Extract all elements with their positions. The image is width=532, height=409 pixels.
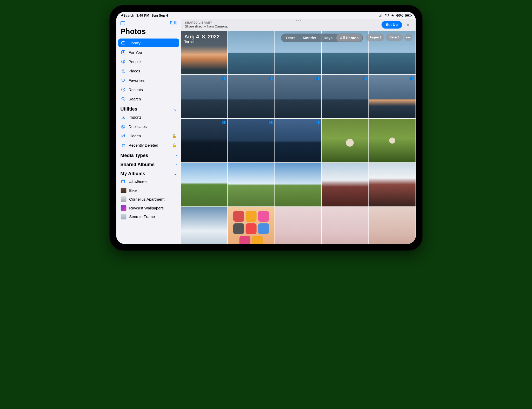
- grabber-icon[interactable]: [296, 20, 301, 21]
- album-label: Send to Frame: [129, 214, 155, 219]
- svg-point-10: [123, 60, 124, 62]
- segment-years[interactable]: Years: [282, 34, 299, 42]
- segment-all-photos[interactable]: All Photos: [336, 34, 362, 42]
- sidebar-item-recents[interactable]: Recents: [118, 85, 179, 94]
- app-icon: [246, 223, 257, 234]
- segment-days[interactable]: Days: [320, 34, 336, 42]
- sidebar: Edit Photos LibraryFor YouPeoplePlacesFa…: [116, 19, 181, 244]
- close-icon[interactable]: ✕: [404, 22, 411, 28]
- section-my-albums[interactable]: My Albums ⌄: [118, 168, 179, 178]
- svg-rect-1: [380, 15, 380, 17]
- screen: ▶ Search 3:49 PM Sun Sep 4 ★ 60%: [116, 12, 416, 244]
- photo-thumbnail[interactable]: [275, 163, 322, 207]
- nav-label: Library: [129, 41, 141, 45]
- album-cornelius[interactable]: Cornelius Apartment: [118, 195, 179, 204]
- photo-grid[interactable]: 👥👥👥👥👥👥👥👥: [181, 31, 416, 244]
- photo-thumbnail[interactable]: 👥: [181, 75, 227, 118]
- status-bar: ▶ Search 3:49 PM Sun Sep 4 ★ 60%: [116, 12, 416, 19]
- more-button[interactable]: •••: [404, 33, 412, 41]
- album-label: All Albums: [129, 180, 147, 184]
- recently-deleted-icon: [121, 143, 126, 148]
- section-media-types[interactable]: Media Types ›: [118, 150, 179, 159]
- section-shared-albums[interactable]: Shared Albums ›: [118, 159, 179, 168]
- all-albums-icon: [121, 179, 127, 185]
- view-segmented-control[interactable]: YearsMonthsDaysAll Photos: [281, 33, 363, 42]
- location: Terrell: [184, 40, 220, 44]
- photo-thumbnail[interactable]: [275, 207, 322, 244]
- sidebar-item-hidden[interactable]: Hidden🔒: [118, 132, 179, 140]
- shared-badge-icon: 👥: [222, 76, 226, 80]
- album-raycast[interactable]: Raycast Wallpapers: [118, 203, 179, 212]
- nav-label: Duplicates: [129, 124, 147, 129]
- nav-label: Imports: [129, 115, 142, 119]
- lock-icon: 🔒: [172, 143, 177, 147]
- app-icon: [258, 223, 269, 234]
- album-all-albums[interactable]: All Albums: [118, 178, 179, 186]
- sidebar-item-for-you[interactable]: For You: [118, 48, 179, 57]
- back-label: Search: [123, 13, 134, 18]
- photo-thumbnail[interactable]: 👥: [275, 119, 322, 162]
- edit-button[interactable]: Edit: [170, 21, 177, 26]
- sidebar-item-recently-deleted[interactable]: Recently Deleted🔒: [118, 141, 179, 150]
- nav-label: Recently Deleted: [129, 143, 158, 147]
- album-label: Bike: [129, 188, 137, 193]
- photo-thumbnail[interactable]: 👥: [322, 75, 369, 118]
- sidebar-item-library[interactable]: Library: [118, 38, 179, 47]
- sidebar-item-places[interactable]: Places: [118, 66, 179, 75]
- banner-title: SHARED LIBRARY: [185, 21, 228, 25]
- sidebar-item-duplicates[interactable]: Duplicates: [118, 122, 179, 131]
- sidebar-toggle-icon[interactable]: [121, 21, 125, 25]
- library-icon: [121, 40, 126, 45]
- sidebar-title: Photos: [121, 27, 177, 36]
- app-icon: [258, 211, 269, 222]
- sidebar-item-imports[interactable]: Imports: [118, 113, 179, 122]
- sidebar-item-people[interactable]: People: [118, 57, 179, 66]
- sidebar-item-favorites[interactable]: Favorites: [118, 76, 179, 85]
- photo-thumbnail[interactable]: [322, 163, 369, 207]
- shared-badge-icon: 👥: [363, 76, 367, 80]
- svg-rect-6: [122, 42, 125, 44]
- photo-thumbnail[interactable]: 👥: [369, 75, 416, 118]
- battery-pct: 60%: [396, 13, 403, 18]
- section-utilities[interactable]: Utilities ⌄: [118, 104, 179, 113]
- main-content: SHARED LIBRARY Share directly from Camer…: [181, 19, 416, 244]
- places-icon: [121, 69, 126, 73]
- chevron-down-icon: ⌄: [174, 171, 177, 176]
- shared-badge-icon: 👥: [269, 76, 273, 80]
- photo-thumbnail[interactable]: [369, 207, 416, 244]
- nav-label: Search: [129, 97, 141, 101]
- photo-thumbnail[interactable]: 👥: [228, 119, 274, 162]
- select-button[interactable]: Select: [386, 33, 403, 41]
- photo-thumbnail[interactable]: [228, 163, 274, 207]
- segment-months[interactable]: Months: [299, 34, 320, 42]
- photo-thumbnail[interactable]: [181, 207, 227, 244]
- setup-button[interactable]: Set Up: [382, 21, 402, 29]
- app-icon: [233, 211, 244, 222]
- photo-thumbnail[interactable]: [369, 119, 416, 162]
- back-to-search[interactable]: ▶ Search: [121, 13, 134, 18]
- photo-thumbnail[interactable]: [228, 207, 274, 244]
- svg-rect-20: [122, 180, 125, 183]
- photo-thumbnail[interactable]: [322, 119, 369, 162]
- nav-label: People: [129, 59, 141, 64]
- ellipsis-icon: •••: [406, 35, 411, 40]
- photo-thumbnail[interactable]: [369, 163, 416, 207]
- date-range: Aug 4–8, 2022: [184, 33, 220, 39]
- photo-thumbnail[interactable]: 👥: [181, 119, 227, 162]
- photo-thumbnail[interactable]: [228, 31, 274, 74]
- photo-thumbnail[interactable]: [322, 207, 369, 244]
- album-thumb: [121, 188, 127, 193]
- aspect-button[interactable]: Aspect: [366, 33, 384, 41]
- photo-thumbnail[interactable]: [181, 163, 227, 207]
- date: Sun Sep 4: [151, 13, 168, 18]
- album-send-to-frame[interactable]: Send to Frame: [118, 212, 179, 221]
- app-icon: [252, 236, 263, 244]
- svg-line-16: [124, 100, 125, 101]
- nav-label: Hidden: [129, 134, 141, 138]
- shared-library-banner: SHARED LIBRARY Share directly from Camer…: [181, 19, 416, 31]
- photo-thumbnail[interactable]: 👥: [228, 75, 274, 118]
- album-bike[interactable]: Bike: [118, 186, 179, 195]
- sidebar-item-search[interactable]: Search: [118, 94, 179, 103]
- recents-icon: [121, 87, 126, 92]
- photo-thumbnail[interactable]: 👥: [275, 75, 322, 118]
